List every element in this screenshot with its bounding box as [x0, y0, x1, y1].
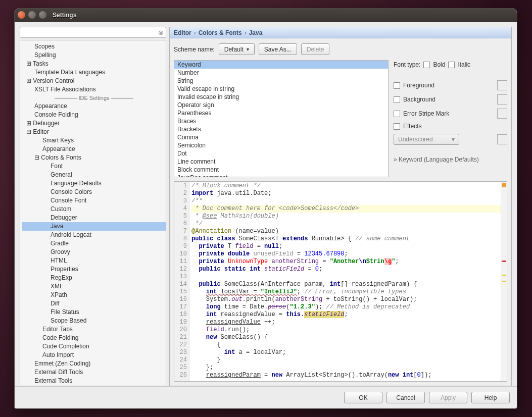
element-list-item[interactable]: String [174, 77, 388, 85]
tree-item[interactable]: General [22, 171, 166, 179]
tree-item[interactable]: Diff [22, 299, 166, 308]
tree-item[interactable]: Groovy [22, 248, 166, 256]
element-list-item[interactable]: Block comment [174, 166, 388, 174]
tree-item[interactable]: Template Data Languages [22, 68, 166, 77]
close-icon[interactable] [18, 11, 25, 19]
element-list-item[interactable]: Invalid escape in string [174, 93, 388, 101]
element-list-item[interactable]: Dot [174, 149, 388, 158]
bold-checkbox[interactable] [423, 62, 430, 68]
help-button[interactable]: Help [471, 392, 510, 403]
element-list-item[interactable]: Keyword [174, 61, 388, 69]
background-checkbox[interactable] [394, 96, 400, 103]
element-list-item[interactable]: Line comment [174, 158, 388, 166]
maximize-icon[interactable] [39, 11, 46, 19]
tree-item[interactable]: Font [22, 162, 166, 171]
breadcrumb: Editor › Colors & Fonts › Java [170, 27, 511, 38]
effects-swatch[interactable] [497, 134, 507, 144]
background-swatch[interactable] [497, 94, 507, 105]
settings-window: Settings ⊗ ScopesSpelling⊞ TasksTemplate… [14, 8, 517, 409]
italic-checkbox[interactable] [448, 62, 455, 68]
breadcrumb-item[interactable]: Colors & Fonts [199, 29, 242, 36]
tree-item[interactable]: Android Logcat [22, 231, 166, 239]
element-list-item[interactable]: JavaDoc comment [174, 174, 388, 177]
element-list[interactable]: KeywordNumberStringValid escape in strin… [174, 60, 389, 177]
tree-item[interactable]: XPath [22, 291, 166, 299]
tree-item[interactable]: Console Colors [22, 188, 166, 196]
tree-item[interactable]: Editor Tabs [22, 325, 166, 334]
delete-button: Delete [301, 43, 330, 55]
clear-search-icon[interactable]: ⊗ [158, 29, 164, 36]
tree-item[interactable]: XSLT File Associations [22, 85, 166, 94]
effects-dropdown: Underscored▾ [394, 134, 459, 145]
tree-item[interactable]: XML [22, 282, 166, 291]
tree-item[interactable]: ⊟ Colors & Fonts [22, 153, 166, 162]
element-list-item[interactable]: Braces [174, 117, 388, 125]
foreground-checkbox[interactable] [394, 82, 400, 89]
chevron-right-icon: › [194, 29, 196, 36]
ok-button[interactable]: OK [344, 392, 382, 403]
effects-checkbox[interactable] [394, 123, 400, 130]
tree-item[interactable]: Java [22, 222, 166, 231]
tree-item[interactable]: External Tools [22, 377, 166, 385]
tree-item[interactable]: Language Defaults [22, 179, 166, 188]
tree-item[interactable]: External Diff Tools [22, 368, 166, 377]
tree-item[interactable]: HTML [22, 256, 166, 265]
tree-item[interactable]: Custom [22, 205, 166, 214]
tree-item[interactable]: Properties [22, 265, 166, 274]
tree-item[interactable]: RegExp [22, 274, 166, 282]
scheme-dropdown[interactable]: Default [219, 43, 255, 55]
element-list-item[interactable]: Number [174, 69, 388, 77]
scheme-name-label: Scheme name: [174, 46, 215, 53]
element-list-item[interactable]: Semicolon [174, 141, 388, 149]
element-properties: Font type: Bold Italic Foreground [394, 60, 507, 177]
tree-item[interactable]: Appearance [22, 102, 166, 111]
tree-item[interactable]: Scopes [22, 42, 166, 51]
font-type-label: Font type: [394, 61, 420, 68]
breadcrumb-item[interactable]: Java [249, 29, 263, 36]
tree-item[interactable]: ⊞ Tasks [22, 60, 166, 68]
apply-button: Apply [429, 392, 467, 403]
foreground-swatch[interactable] [497, 80, 507, 90]
tree-item[interactable]: Spelling [22, 51, 166, 60]
settings-search[interactable]: ⊗ [20, 27, 166, 38]
tree-item[interactable]: Scope Based [22, 317, 166, 325]
error-stripe[interactable] [501, 182, 507, 381]
tree-item[interactable]: Debugger [22, 214, 166, 222]
chevron-right-icon: › [245, 29, 247, 36]
tree-item[interactable]: Code Completion [22, 342, 166, 351]
settings-tree[interactable]: ScopesSpelling⊞ TasksTemplate Data Langu… [20, 40, 166, 386]
element-list-item[interactable]: Comma [174, 133, 388, 141]
element-list-item[interactable]: Parentheses [174, 109, 388, 117]
tree-item[interactable]: ⊞ Debugger [22, 119, 166, 128]
search-input[interactable] [22, 29, 158, 36]
window-title: Settings [53, 12, 76, 19]
element-list-item[interactable]: Brackets [174, 125, 388, 133]
tree-item[interactable]: Smart Keys [22, 136, 166, 145]
titlebar[interactable]: Settings [15, 9, 517, 22]
element-list-item[interactable]: Valid escape in string [174, 85, 388, 93]
color-preview[interactable]: 1234567891011121314151617181920212223242… [174, 181, 507, 382]
tree-item[interactable]: ⊟ Editor [22, 128, 166, 136]
tree-item[interactable]: Emmet (Zen Coding) [22, 359, 166, 368]
inherit-link[interactable]: » Keyword (Language Defaults) [394, 156, 507, 163]
tree-item[interactable]: Auto Import [22, 351, 166, 359]
error-stripe-checkbox[interactable] [394, 111, 400, 117]
tree-item[interactable]: File Status [22, 308, 166, 317]
element-list-item[interactable]: Operator sign [174, 101, 388, 109]
breadcrumb-item[interactable]: Editor [174, 29, 191, 36]
cancel-button[interactable]: Cancel [386, 392, 425, 403]
tree-separator: ———— IDE Settings ———— [22, 95, 166, 101]
tree-item[interactable]: ⊞ Version Control [22, 77, 166, 85]
tree-item[interactable]: Console Font [22, 196, 166, 205]
tree-item[interactable]: Code Folding [22, 334, 166, 342]
save-as-button[interactable]: Save As... [259, 43, 297, 55]
tree-item[interactable]: Appearance [22, 145, 166, 153]
dialog-footer: OK Cancel Apply Help [15, 386, 517, 408]
tree-item[interactable]: Gradle [22, 239, 166, 248]
error-stripe-swatch[interactable] [497, 109, 507, 119]
minimize-icon[interactable] [28, 11, 36, 19]
tree-item[interactable]: Console Folding [22, 111, 166, 119]
